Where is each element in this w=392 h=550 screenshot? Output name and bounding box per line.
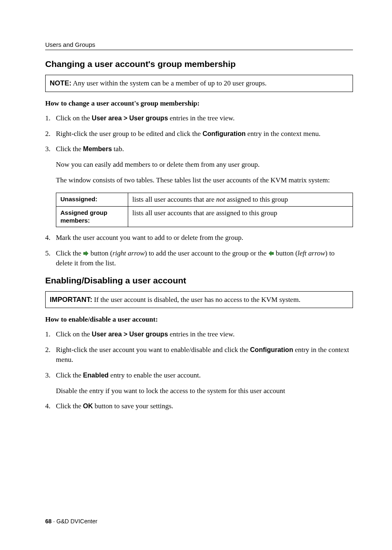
step-item: Click the OK button to save your setting…: [45, 401, 353, 411]
step-item: Right-click the user account you want to…: [45, 345, 353, 365]
step-text: Click the: [56, 249, 83, 257]
important-text: If the user account is disabled, the use…: [92, 296, 301, 304]
step-text: button (: [276, 249, 297, 257]
emphasis: not: [216, 196, 225, 203]
step-text: entries in the tree view.: [168, 330, 235, 338]
step-text: Click the: [56, 402, 83, 410]
step-item: Click the Enabled entry to enable the us…: [45, 371, 353, 396]
def-cell: lists all user accounts that are not ass…: [128, 193, 353, 206]
footer-sep: ·: [52, 518, 57, 525]
definition-table: Unassigned: lists all user accounts that…: [56, 193, 353, 228]
term-cell: Unassigned:: [56, 193, 128, 206]
step-text: tab.: [112, 145, 124, 153]
heading-change-membership: Changing a user account's group membersh…: [45, 59, 353, 69]
step-text: entry to enable the user account.: [108, 371, 201, 379]
step-text: Right-click the user account you want to…: [56, 346, 250, 354]
note-label: NOTE:: [50, 79, 71, 87]
step-item: Click the button (right arrow) to add th…: [45, 249, 353, 268]
page-footer: 68 · G&D DVICenter: [45, 518, 353, 525]
step-text: Click the: [56, 145, 83, 153]
emphasis: left arrow: [297, 249, 325, 257]
right-arrow-icon: [83, 249, 89, 254]
step-text: Click on the: [56, 330, 92, 338]
ui-label: Enabled: [83, 372, 108, 379]
def-text: lists all user accounts that are: [132, 196, 216, 203]
step-item: Right-click the user group to be edited …: [45, 129, 353, 139]
step-text: Right-click the user group to be edited …: [56, 130, 203, 138]
step-item: Click on the User area > User groups ent…: [45, 113, 353, 123]
term-cell: Assigned group members:: [56, 206, 128, 227]
step-text: entry in the context menu.: [246, 130, 321, 138]
svg-marker-1: [269, 251, 274, 256]
step-item: Click on the User area > User groups ent…: [45, 329, 353, 339]
step-item: Mark the user account you want to add to…: [45, 233, 353, 243]
ui-path: User area > User groups: [92, 331, 168, 338]
howto-heading: How to enable/disable a user account:: [45, 315, 353, 324]
page-number: 68: [45, 518, 52, 525]
ui-label: Configuration: [250, 346, 293, 353]
step-text: Click on the: [56, 114, 92, 122]
step-text: entries in the tree view.: [168, 114, 235, 122]
step-paragraph: The window consists of two tables. These…: [56, 175, 353, 185]
step-text: Click the: [56, 371, 83, 379]
steps-list: Click on the User area > User groups ent…: [45, 113, 353, 185]
important-box: IMPORTANT: If the user account is disabl…: [45, 291, 353, 308]
heading-enable-disable: Enabling/Disabling a user account: [45, 276, 353, 285]
emphasis: right arrow: [113, 249, 145, 257]
footer-doc: G&D DVICenter: [56, 518, 97, 525]
note-text: Any user within the system can be a memb…: [71, 79, 267, 87]
steps-list-cont: Mark the user account you want to add to…: [45, 233, 353, 268]
ui-label: Members: [83, 145, 112, 152]
ui-label: Configuration: [203, 130, 246, 137]
running-head: Users and Groups: [45, 41, 353, 50]
important-label: IMPORTANT:: [50, 296, 92, 304]
def-text: assigned to this group: [225, 196, 288, 203]
def-cell: lists all user accounts that are assigne…: [128, 206, 353, 227]
note-box: NOTE: Any user within the system can be …: [45, 75, 353, 92]
left-arrow-icon: [268, 249, 274, 254]
step-item: Click the Members tab. Now you can easil…: [45, 144, 353, 185]
howto-heading: How to change a user account's group mem…: [45, 99, 353, 108]
ui-label: OK: [83, 403, 93, 410]
step-text: button (: [90, 249, 112, 257]
ui-path: User area > User groups: [92, 115, 168, 122]
svg-marker-0: [83, 251, 88, 256]
step-text: ) to add the user account to the group o…: [145, 249, 268, 257]
step-paragraph: Disable the entry if you want to lock th…: [56, 386, 353, 396]
table-row: Unassigned: lists all user accounts that…: [56, 193, 353, 206]
step-paragraph: Now you can easily add members to or del…: [56, 160, 353, 170]
step-text: button to save your settings.: [93, 402, 173, 410]
steps-list: Click on the User area > User groups ent…: [45, 329, 353, 411]
table-row: Assigned group members: lists all user a…: [56, 206, 353, 227]
